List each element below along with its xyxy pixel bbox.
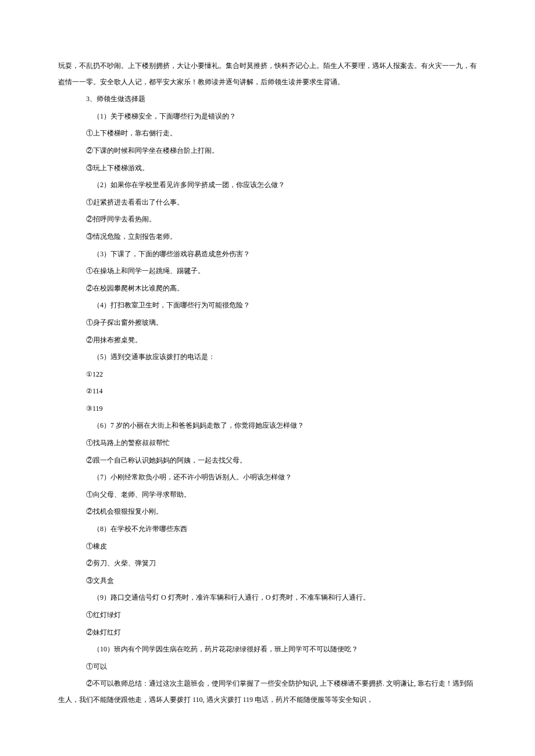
question-10-option-1: ①可以 bbox=[58, 659, 477, 675]
question-5-option-3: ③119 bbox=[58, 401, 477, 417]
question-3-stem: （3）下课了，下面的哪些游戏容易造成意外伤害？ bbox=[58, 246, 477, 263]
question-5-option-1: ①122 bbox=[58, 367, 477, 383]
question-1-option-3: ③玩上下楼梯游戏。 bbox=[58, 160, 477, 177]
question-8-option-2: ②剪刀、火柴、弹簧刀 bbox=[58, 556, 477, 572]
question-7-stem: （7）小刚经常欺负小明，还不许小明告诉别人。小明该怎样做？ bbox=[58, 470, 477, 486]
question-1-stem: （1）关于楼梯安全，下面哪些行为是错误的？ bbox=[58, 109, 477, 125]
question-2-stem: （2）如果你在学校里看见许多同学挤成一团，你应该怎么做？ bbox=[58, 177, 477, 194]
question-7-option-1: ①向父母、老师、同学寻求帮助。 bbox=[58, 487, 477, 503]
question-2-option-1: ①赶紧挤进去看看出了什么事。 bbox=[58, 195, 477, 211]
section-3-header: 3、师领生做选择题 bbox=[58, 91, 477, 108]
question-7-option-2: ②找机会狠狠报复小刚。 bbox=[58, 504, 477, 520]
intro-paragraph: 玩耍，不乱扔不吵闹。上下楼别拥挤，大让小要懂礼。集合时莫推挤，快科齐记心上。陌生… bbox=[58, 58, 477, 90]
question-8-option-3: ③文具盒 bbox=[58, 573, 477, 589]
question-2-option-3: ③情况危险，立刻报告老师。 bbox=[58, 229, 477, 245]
question-9-stem: （9）路口交通信号灯 O 灯亮时，准许车辆和行人通行，O 灯亮时，不准车辆和行人… bbox=[58, 590, 477, 606]
question-10-stem: （10）班内有个同学因生病在吃药，药片花花绿绿很好看，班上同学可不可以随便吃？ bbox=[58, 642, 477, 658]
question-10-option-2: ②不可以教师总结：通过这次主题班会，使同学们掌握了一些安全防护知识, 上下楼梯请… bbox=[58, 676, 477, 708]
question-5-stem: （5）遇到交通事故应该拨打的电话是： bbox=[58, 349, 477, 366]
question-6-stem: （6）7 岁的小丽在大街上和爸爸妈妈走散了，你觉得她应该怎样做？ bbox=[58, 418, 477, 434]
question-8-option-1: ①橡皮 bbox=[58, 539, 477, 555]
question-5-option-2: ②114 bbox=[58, 384, 477, 400]
question-2-option-2: ②招呼同学去看热闹。 bbox=[58, 212, 477, 228]
question-8-stem: （8）在学校不允许带哪些东西 bbox=[58, 521, 477, 538]
question-4-option-1: ①身子探出窗外擦玻璃。 bbox=[58, 315, 477, 331]
question-4-stem: （4）打扫教室卫生时，下面哪些行为可能很危险？ bbox=[58, 298, 477, 314]
question-9-option-2: ②妹灯红灯 bbox=[58, 625, 477, 641]
question-3-option-1: ①在操场上和同学一起跳绳、踢毽子。 bbox=[58, 263, 477, 280]
question-9-option-1: ①红灯绿灯 bbox=[58, 607, 477, 624]
question-1-option-1: ①上下楼梯时，靠右侧行走。 bbox=[58, 126, 477, 142]
question-6-option-1: ①找马路上的警察叔叔帮忙 bbox=[58, 435, 477, 452]
question-3-option-2: ②在校园攀爬树木比谁爬的高。 bbox=[58, 281, 477, 297]
question-1-option-2: ②下课的时候和同学坐在楼梯台阶上打闹。 bbox=[58, 143, 477, 159]
question-4-option-2: ②用抹布擦桌凳。 bbox=[58, 332, 477, 349]
question-6-option-2: ②跟一个自己称认识她妈妈的阿姨，一起去找父母。 bbox=[58, 453, 477, 469]
